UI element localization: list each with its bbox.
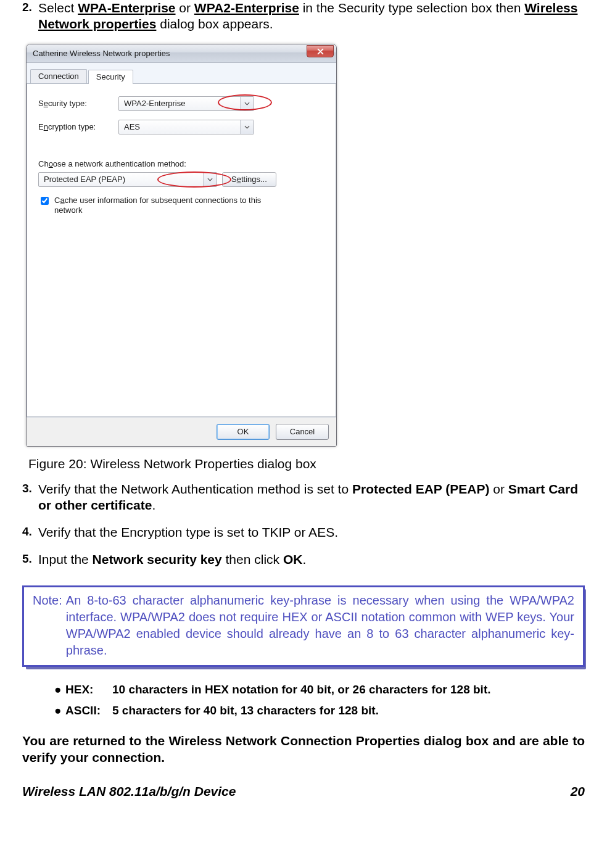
chevron-down-icon (203, 173, 217, 186)
security-type-dropdown[interactable]: WPA2-Enterprise (118, 96, 254, 111)
step-2-number: 2. (22, 0, 38, 33)
cache-label: Cache user information for subsequent co… (54, 196, 289, 216)
step-5-number: 5. (22, 552, 38, 568)
encryption-type-value: AES (124, 122, 140, 131)
encryption-type-label: Encryption type: (38, 122, 118, 131)
step-5-body: Input the Network security key then clic… (38, 552, 585, 568)
hex-label: HEX: (65, 679, 112, 700)
ok-button[interactable]: OK (217, 424, 270, 440)
security-type-value: WPA2-Enterprise (124, 99, 185, 108)
dialog-tabs: Connection Security (27, 65, 336, 84)
dialog-title: Catherine Wireless Network properties (33, 49, 307, 58)
bullet-icon: ● (54, 679, 65, 700)
settings-button[interactable]: Settings... (222, 172, 276, 187)
encryption-type-row: Encryption type: AES (38, 120, 324, 134)
ascii-text: 5 characters for 40 bit, 13 characters f… (112, 700, 379, 721)
hex-text: 10 characters in HEX notation for 40 bit… (112, 679, 490, 700)
cancel-button[interactable]: Cancel (276, 424, 329, 440)
wireless-properties-dialog: Catherine Wireless Network properties Co… (26, 44, 337, 447)
bullet-icon: ● (54, 700, 65, 721)
footer-device-name: Wireless LAN 802.11a/b/g/n Device (22, 784, 236, 799)
step-4: 4. Verify that the Encryption type is se… (22, 524, 585, 540)
step-3: 3. Verify that the Network Authenticatio… (22, 481, 585, 514)
auth-method-dropdown[interactable]: Protected EAP (PEAP) (38, 172, 217, 187)
cache-checkbox[interactable] (41, 197, 49, 205)
page-footer: Wireless LAN 802.11a/b/g/n Device 20 (22, 784, 585, 799)
note-label: Note: (33, 592, 62, 659)
security-type-row: Security type: WPA2-Enterprise (38, 96, 324, 111)
cache-checkbox-row: Cache user information for subsequent co… (38, 196, 324, 216)
step-5: 5. Input the Network security key then c… (22, 552, 585, 568)
dialog-titlebar: Catherine Wireless Network properties (27, 44, 336, 63)
close-icon (317, 48, 324, 55)
key-format-list: ● HEX: 10 characters in HEX notation for… (54, 679, 585, 721)
auth-method-label: Choose a network authentication method: (38, 159, 324, 168)
encryption-type-dropdown[interactable]: AES (118, 120, 254, 134)
dialog-screenshot: Catherine Wireless Network properties Co… (26, 44, 585, 447)
note-body: An 8-to-63 character alphanumeric key-ph… (66, 592, 574, 659)
auth-method-value: Protected EAP (PEAP) (44, 175, 125, 184)
step-2-body: Select WPA-Enterprise or WPA2-Enterprise… (38, 0, 585, 33)
step-2: 2. Select WPA-Enterprise or WPA2-Enterpr… (22, 0, 585, 33)
chevron-down-icon (240, 120, 254, 134)
dialog-footer: OK Cancel (27, 417, 336, 446)
close-button[interactable] (307, 45, 334, 57)
hex-bullet: ● HEX: 10 characters in HEX notation for… (54, 679, 585, 700)
security-tab-panel: Security type: WPA2-Enterprise Encryptio… (27, 84, 336, 417)
step-3-number: 3. (22, 481, 38, 514)
note-box: Note: An 8-to-63 character alphanumeric … (22, 585, 585, 667)
step-4-body: Verify that the Encryption type is set t… (38, 524, 585, 540)
auth-method-row: Protected EAP (PEAP) Settings... (38, 172, 324, 187)
footer-page-number: 20 (571, 784, 585, 799)
figure-caption: Figure 20: Wireless Network Properties d… (28, 457, 585, 471)
highlight-auth-method (157, 172, 231, 188)
tab-security[interactable]: Security (88, 70, 133, 84)
security-type-label: Security type: (38, 99, 118, 108)
tab-connection[interactable]: Connection (30, 69, 87, 83)
step-3-body: Verify that the Network Authentication m… (38, 481, 585, 514)
ascii-bullet: ● ASCII: 5 characters for 40 bit, 13 cha… (54, 700, 585, 721)
chevron-down-icon (240, 97, 254, 110)
returned-paragraph: You are returned to the Wireless Network… (22, 732, 585, 766)
ascii-label: ASCII: (65, 700, 112, 721)
step-4-number: 4. (22, 524, 38, 540)
